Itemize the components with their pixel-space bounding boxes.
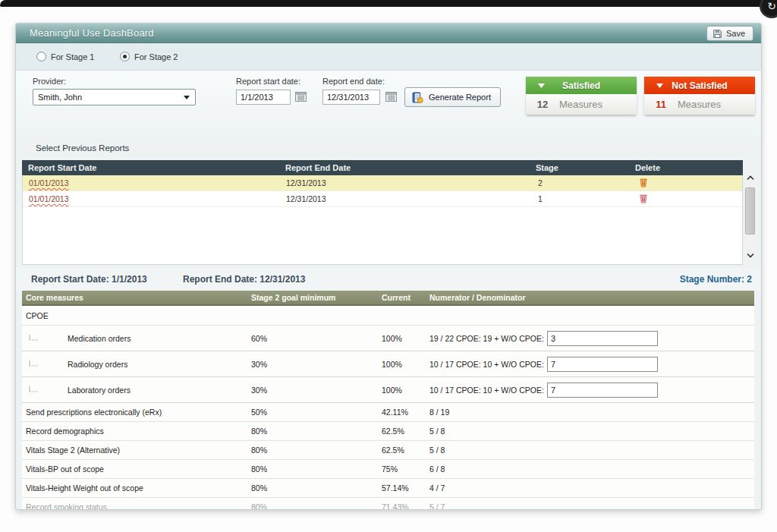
stage-selector-row: For Stage 1 For Stage 2 [16, 43, 761, 71]
current-value: 100% [382, 386, 402, 395]
page-title: Meaningful Use DashBoard [16, 27, 154, 39]
radio-icon [36, 52, 46, 61]
report-start-input[interactable] [236, 90, 291, 105]
generate-report-label: Generate Report [429, 93, 491, 102]
measure-row: Radiology orders 30% 100% 10 / 17 CPOE: … [22, 351, 754, 377]
satisfied-card: Satisfied 12 Measures [526, 77, 637, 115]
numerator-denominator: 5 / 7 [429, 502, 445, 510]
save-button[interactable]: Save [706, 26, 753, 41]
numerator-denominator: 8 / 19 [429, 408, 449, 417]
video-frame-top [0, 0, 777, 7]
measure-row: Vitals-BP out of scope 80% 75% 6 / 8 [22, 460, 754, 479]
current-value: 100% [382, 360, 402, 369]
previous-reports-table: Report Start Date Report End Date Stage … [22, 160, 743, 265]
measure-row: Record demographics 80% 62.5% 5 / 8 [22, 422, 754, 441]
not-satisfied-title: Not Satisfied [672, 80, 727, 91]
summary-end-date: Report End Date: 12/31/2013 [183, 274, 305, 285]
measure-name: Radiology orders [68, 360, 127, 369]
stage-cell: 1 [538, 194, 543, 203]
current-value: 42.11% [382, 408, 408, 417]
column-header: Current [382, 293, 411, 302]
scroll-thumb[interactable] [745, 187, 755, 235]
goal-value: 80% [251, 502, 267, 510]
chevron-down-icon [656, 83, 663, 88]
table-row[interactable]: 01/01/2013 12/31/2013 2 [23, 175, 742, 191]
chevron-down-icon [538, 83, 545, 88]
measure-name: Send prescriptions electronically (eRx) [26, 408, 162, 417]
report-start-label: Report start date: [236, 77, 300, 86]
wo-cpoe-input[interactable] [547, 382, 658, 398]
summary-start-date: Report Start Date: 1/1/2013 [31, 274, 147, 285]
report-controls: Provider: Smith, John Report start date:… [16, 71, 761, 139]
provider-label: Provider: [33, 77, 66, 86]
save-button-label: Save [726, 29, 745, 38]
calendar-icon[interactable] [385, 91, 397, 105]
radio-icon [120, 52, 130, 61]
radio-for-stage-1[interactable]: For Stage 1 [36, 52, 94, 61]
goal-value: 60% [251, 334, 267, 343]
scroll-up-icon[interactable] [744, 172, 757, 183]
column-header: Report Start Date [28, 163, 96, 172]
replay-icon[interactable]: ↻ [760, 0, 777, 18]
numerator-denominator: 5 / 8 [429, 445, 445, 455]
group-label: CPOE [26, 311, 49, 320]
goal-value: 30% [251, 360, 267, 369]
numerator-denominator: 5 / 8 [429, 427, 445, 436]
measure-name: Record demographics [26, 427, 104, 436]
not-satisfied-header[interactable]: Not Satisfied [644, 77, 755, 94]
measure-name: Vitals Stage 2 (Alternative) [26, 445, 120, 455]
column-header: Core measures [26, 293, 83, 302]
goal-value: 30% [251, 386, 267, 395]
tree-node-icon [28, 335, 40, 342]
previous-reports-header: Report Start Date Report End Date Stage … [22, 160, 743, 175]
floppy-icon [713, 29, 722, 39]
measure-row: Vitals Stage 2 (Alternative) 80% 62.5% 5… [22, 441, 754, 460]
goal-value: 80% [251, 464, 267, 474]
wo-cpoe-input[interactable] [547, 331, 658, 346]
report-summary-bar: Report Start Date: 1/1/2013 Report End D… [16, 268, 761, 291]
not-satisfied-count: 11 [644, 99, 678, 110]
report-icon [412, 92, 423, 103]
current-value: 100% [382, 334, 402, 343]
wo-cpoe-input[interactable] [547, 357, 658, 372]
column-header: Numerator / Denominator [429, 293, 526, 302]
satisfied-unit: Measures [559, 99, 602, 110]
not-satisfied-unit: Measures [678, 99, 721, 110]
group-row-cpoe: CPOE [22, 306, 754, 326]
report-end-cell: 12/31/2013 [286, 178, 326, 187]
delete-trash-icon[interactable] [639, 177, 648, 189]
calendar-icon[interactable] [295, 91, 307, 105]
numerator-denominator: 10 / 17 CPOE: 10 + W/O CPOE: [429, 386, 544, 395]
satisfied-title: Satisfied [562, 80, 600, 91]
scrollbar[interactable] [744, 172, 757, 260]
satisfied-header[interactable]: Satisfied [526, 77, 637, 94]
generate-report-button[interactable]: Generate Report [404, 87, 501, 107]
measure-name: Vitals-BP out of scope [26, 464, 104, 474]
not-satisfied-body: 11 Measures [644, 94, 755, 115]
table-row[interactable]: 01/01/2013 12/31/2013 1 [23, 191, 742, 207]
delete-trash-icon[interactable] [639, 193, 648, 205]
measure-name: Record smoking status [26, 502, 107, 510]
report-end-input[interactable] [322, 90, 380, 105]
tree-node-icon [28, 386, 40, 394]
previous-reports-section-label: Select Previous Reports [36, 143, 129, 153]
column-header: Stage [536, 163, 558, 172]
dashboard-window: Meaningful Use DashBoard Save For Stage … [15, 23, 762, 510]
title-bar: Meaningful Use DashBoard Save [16, 24, 761, 43]
measure-name: Vitals-Height Weight out of scope [26, 483, 143, 493]
column-header: Report End Date [285, 163, 351, 172]
scroll-down-icon[interactable] [744, 250, 757, 260]
measure-row: Record smoking status 80% 71.43% 5 / 7 [22, 498, 754, 510]
report-start-link[interactable]: 01/01/2013 [29, 194, 69, 203]
numerator-denominator: 10 / 17 CPOE: 10 + W/O CPOE: [429, 360, 544, 369]
stage-cell: 2 [538, 178, 543, 187]
report-start-link[interactable]: 01/01/2013 [29, 178, 69, 187]
current-value: 75% [382, 464, 398, 474]
radio-for-stage-2[interactable]: For Stage 2 [120, 52, 178, 61]
current-value: 62.5% [382, 427, 404, 436]
measure-row: Send prescriptions electronically (eRx) … [22, 403, 754, 422]
current-value: 57.14% [382, 483, 409, 493]
column-header: Stage 2 goal minimum [251, 293, 335, 302]
chevron-down-icon [184, 96, 190, 99]
provider-select[interactable]: Smith, John [33, 89, 196, 105]
